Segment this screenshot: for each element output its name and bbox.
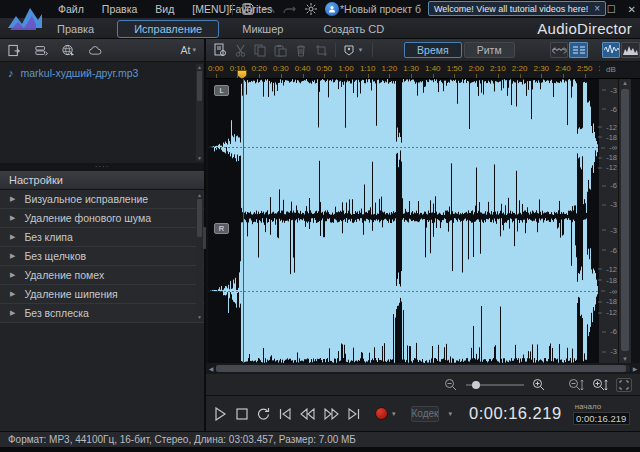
tick-mark	[303, 74, 304, 78]
record-button[interactable]	[375, 407, 388, 420]
ruler-tick: 1:30	[403, 64, 419, 73]
rewind-button[interactable]	[300, 408, 315, 420]
import-folder-icon[interactable]	[35, 44, 48, 57]
text-sort-control[interactable]: At ▾	[181, 44, 196, 56]
preset-item-5[interactable]: ▶Удаление шипения	[0, 285, 204, 304]
cloud-icon[interactable]	[89, 44, 102, 57]
scroll-left-icon[interactable]: ◀	[206, 365, 216, 372]
scroll-thumb[interactable]	[621, 89, 629, 351]
go-to-end-button[interactable]	[348, 408, 360, 420]
save-icon[interactable]	[241, 3, 254, 16]
scroll-down-icon[interactable]: ▼	[619, 356, 631, 362]
preset-item-0[interactable]: ▶Визуальное исправление	[0, 190, 204, 209]
expand-arrow-icon[interactable]: ▶	[10, 252, 15, 260]
download-audio-icon[interactable]	[62, 44, 75, 57]
tab-1[interactable]: Исправление	[117, 20, 219, 38]
channels-view-icon[interactable]	[569, 42, 588, 58]
marker-pin-icon[interactable]	[338, 41, 358, 59]
expand-arrow-icon[interactable]: ▶	[10, 290, 15, 298]
waveform-view-icon[interactable]	[602, 42, 621, 58]
zoom-slider[interactable]	[466, 384, 524, 386]
tab-2[interactable]: Микшер	[225, 20, 300, 38]
properties-icon[interactable]	[210, 41, 230, 59]
expand-arrow-icon[interactable]: ▶	[10, 233, 15, 241]
account-avatar-icon[interactable]	[325, 2, 339, 16]
tab-0[interactable]: Правка	[40, 20, 111, 38]
chevron-down-icon: ▾	[192, 46, 196, 54]
timeline-ruler[interactable]: 0:000:100:200:300:400:501:001:101:201:30…	[206, 62, 640, 79]
go-to-start-button[interactable]	[279, 408, 291, 420]
codec-dropdown-icon[interactable]: ▾	[448, 410, 452, 418]
preset-item-3[interactable]: ▶Без щелчков	[0, 247, 204, 266]
cut-icon[interactable]	[230, 41, 250, 59]
spectral-view-icon[interactable]	[621, 42, 640, 58]
redo-icon[interactable]	[283, 3, 296, 16]
media-library-list: ♪ markul-худший-друг.mp3 ▲ ▼	[0, 62, 204, 163]
preset-item-4[interactable]: ▶Удаление помех	[0, 266, 204, 285]
filelist-scrollbar[interactable]: ▲ ▼	[196, 64, 203, 161]
marker-dropdown-icon[interactable]: ▾	[359, 46, 363, 54]
waveform-display[interactable]: L R -3-6-12-18-∞-18-12-6-3 -3-6-12-18-∞-…	[206, 79, 640, 363]
zoom-slider-knob[interactable]	[472, 381, 480, 389]
scroll-up-icon[interactable]: ▲	[196, 64, 203, 70]
settings-gear-icon[interactable]	[304, 3, 317, 16]
menu-item-0[interactable]: Файл	[58, 3, 84, 15]
codec-button[interactable]: Кодек	[411, 406, 440, 422]
db-tick: -6	[610, 104, 617, 113]
import-file-icon[interactable]	[8, 44, 21, 57]
record-control: ▾	[375, 407, 396, 420]
scroll-down-icon[interactable]: ▼	[196, 314, 203, 320]
scroll-thumb[interactable]	[197, 71, 202, 101]
ruler-tick: 1:50	[447, 64, 463, 73]
fit-waveform-icon[interactable]	[550, 42, 569, 58]
paste-icon[interactable]	[271, 41, 291, 59]
list-item-audio-file[interactable]: ♪ markul-худший-друг.mp3	[0, 62, 204, 84]
fit-to-window-icon[interactable]	[616, 378, 632, 392]
settings-scrollbar[interactable]: ▲ ▼	[196, 192, 203, 320]
play-button[interactable]	[214, 407, 227, 421]
scroll-up-icon[interactable]: ▲	[619, 80, 631, 86]
record-dropdown-icon[interactable]: ▾	[392, 410, 396, 418]
audiodirector-window: ФайлПравкаВид[MENU]Favorites *Новый прое…	[0, 0, 640, 452]
panel-splitter-grip[interactable]	[203, 227, 206, 249]
scroll-thumb[interactable]	[197, 199, 202, 237]
delete-icon[interactable]	[291, 41, 311, 59]
fast-forward-button[interactable]	[324, 408, 339, 420]
preset-label: Удаление помех	[24, 269, 104, 281]
zoom-out-icon[interactable]	[444, 378, 458, 392]
expand-arrow-icon[interactable]: ▶	[10, 214, 15, 222]
close-button[interactable]: ✕	[628, 4, 636, 15]
vertical-zoom-out-icon[interactable]	[568, 378, 584, 392]
zoom-in-icon[interactable]	[532, 378, 546, 392]
waveform-canvas[interactable]	[208, 79, 598, 363]
expand-arrow-icon[interactable]: ▶	[10, 309, 15, 317]
rhythm-mode-button[interactable]: Ритм	[464, 42, 515, 58]
undo-icon[interactable]	[262, 3, 275, 16]
scroll-thumb[interactable]	[216, 365, 626, 372]
maximize-button[interactable]: ☐	[607, 4, 616, 15]
loop-button[interactable]	[257, 407, 270, 420]
preset-item-6[interactable]: ▶Без всплеска	[0, 304, 204, 323]
expand-arrow-icon[interactable]: ▶	[10, 271, 15, 279]
tab-3[interactable]: Создать CD	[306, 20, 401, 38]
trim-icon[interactable]	[311, 41, 331, 59]
panel-divider[interactable]: ····	[0, 163, 204, 171]
menu-item-1[interactable]: Правка	[102, 3, 137, 15]
horizontal-scrollbar[interactable]: ◀ ▶	[206, 363, 640, 374]
scroll-right-icon[interactable]: ▶	[630, 365, 640, 372]
preset-item-2[interactable]: ▶Без клипа	[0, 228, 204, 247]
preset-item-1[interactable]: ▶Удаление фонового шума	[0, 209, 204, 228]
vertical-scrollbar[interactable]: ▲ ▼	[619, 79, 631, 363]
expand-arrow-icon[interactable]: ▶	[10, 195, 15, 203]
range-start-value[interactable]: 0:00:16.219	[573, 412, 630, 425]
ruler-tick: 1:10	[360, 64, 376, 73]
tooltip-close-icon[interactable]: ×	[594, 3, 600, 14]
menu-item-2[interactable]: Вид	[155, 3, 174, 15]
time-mode-button[interactable]: Время	[404, 42, 462, 58]
scroll-track[interactable]	[216, 365, 630, 372]
copy-icon[interactable]	[251, 41, 271, 59]
scroll-down-icon[interactable]: ▼	[196, 155, 203, 161]
stop-button[interactable]	[236, 408, 248, 420]
scroll-up-icon[interactable]: ▲	[196, 192, 203, 198]
vertical-zoom-in-icon[interactable]	[592, 378, 608, 392]
